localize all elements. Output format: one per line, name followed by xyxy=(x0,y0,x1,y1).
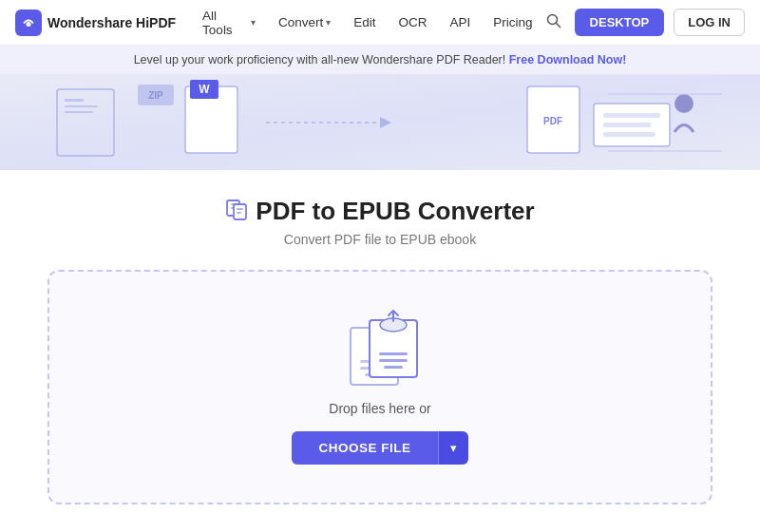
choose-file-button[interactable]: CHOOSE FILE xyxy=(292,431,437,465)
nav-items: All Tools ▾ Convert ▾ Edit OCR API Prici… xyxy=(193,3,542,43)
search-icon xyxy=(546,13,561,28)
chevron-down-icon: ▾ xyxy=(326,17,331,28)
hero-illustration: ZIP W PDF xyxy=(0,75,760,170)
promo-banner: Level up your work proficiency with all-… xyxy=(0,46,760,75)
drop-label: Drop files here or xyxy=(329,401,430,416)
svg-rect-7 xyxy=(65,105,98,107)
svg-rect-30 xyxy=(237,212,241,214)
svg-point-18 xyxy=(674,94,694,113)
svg-rect-23 xyxy=(603,123,651,127)
nav-api[interactable]: API xyxy=(441,10,481,35)
banner-text: Level up your work proficiency with all-… xyxy=(134,53,506,66)
svg-text:W: W xyxy=(199,83,210,96)
page-title: PDF to EPUB Converter xyxy=(256,197,534,226)
cloud-upload-icon xyxy=(378,308,408,332)
main-content: PDF to EPUB Converter Convert PDF file t… xyxy=(0,170,760,523)
hero-image: ZIP W PDF xyxy=(0,75,760,170)
svg-rect-8 xyxy=(65,111,93,113)
choose-file-dropdown-button[interactable]: ▾ xyxy=(438,431,468,465)
chevron-down-icon: ▾ xyxy=(450,441,457,455)
login-button[interactable]: LOG IN xyxy=(674,9,745,36)
banner-link[interactable]: Free Download Now! xyxy=(509,53,627,66)
nav-convert[interactable]: Convert ▾ xyxy=(269,10,340,35)
page-subtitle: Convert PDF file to EPUB ebook xyxy=(19,232,741,247)
logo-link[interactable]: Wondershare HiPDF xyxy=(15,10,176,36)
svg-point-1 xyxy=(27,22,31,27)
svg-text:PDF: PDF xyxy=(543,116,562,126)
doc-front xyxy=(369,319,418,378)
svg-rect-24 xyxy=(603,132,656,137)
nav-edit[interactable]: Edit xyxy=(344,10,385,35)
navbar: Wondershare HiPDF All Tools ▾ Convert ▾ … xyxy=(0,0,760,46)
svg-rect-22 xyxy=(603,113,660,118)
svg-text:ZIP: ZIP xyxy=(148,90,163,101)
search-button[interactable] xyxy=(542,10,565,36)
title-row: PDF to EPUB Converter xyxy=(19,197,741,226)
logo-text: Wondershare HiPDF xyxy=(48,15,176,30)
desktop-button[interactable]: DESKTOP xyxy=(575,9,665,36)
nav-actions: DESKTOP LOG IN xyxy=(542,9,745,36)
svg-rect-6 xyxy=(65,99,84,102)
nav-ocr[interactable]: OCR xyxy=(390,10,437,35)
svg-rect-29 xyxy=(237,208,243,210)
nav-pricing[interactable]: Pricing xyxy=(484,10,542,35)
nav-all-tools[interactable]: All Tools ▾ xyxy=(193,3,265,43)
chevron-down-icon: ▾ xyxy=(251,17,256,28)
svg-line-3 xyxy=(556,23,560,27)
converter-icon xyxy=(225,198,248,225)
drop-zone[interactable]: Drop files here or CHOOSE FILE ▾ xyxy=(48,270,712,504)
logo-icon xyxy=(15,10,42,36)
choose-file-row: CHOOSE FILE ▾ xyxy=(292,431,467,465)
upload-illustration xyxy=(342,319,418,386)
